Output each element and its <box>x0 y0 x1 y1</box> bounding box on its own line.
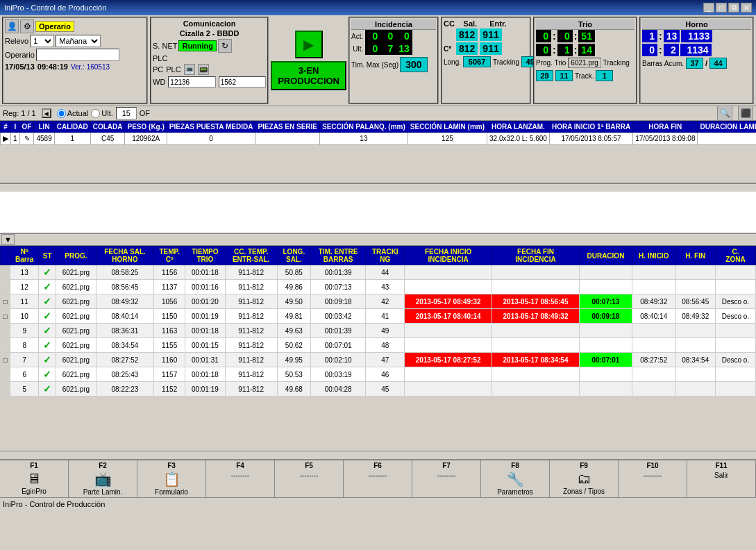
cell-h-fin <box>675 367 715 382</box>
bottom-hscroll[interactable] <box>0 451 756 459</box>
expand-cell[interactable] <box>1 338 10 353</box>
cell-fecha-fin-inc <box>492 280 580 294</box>
fkey-icon-f3: 📋 <box>163 471 180 488</box>
tim-max-label: Tim. Max (Seg) <box>351 61 398 69</box>
cell-st: ✓ <box>39 353 56 367</box>
cell-tracking: 47 <box>366 353 405 367</box>
cell-tim-entre: 00:01:39 <box>310 324 365 338</box>
relevo-select[interactable]: 1 2 <box>30 35 54 47</box>
top-panel: 👤 ⚙ Operario Relevo 1 2 Mañana Tarde Noc… <box>0 15 756 106</box>
fkey-f1[interactable]: F1 🖥 EginPro <box>0 460 69 497</box>
bcol-tim-entre: TIM. ENTREBARRAS <box>310 247 365 265</box>
fkey-f4[interactable]: F4 -------- <box>206 460 275 497</box>
minimize-button[interactable]: _ <box>703 3 714 12</box>
cell-i[interactable]: ✎ <box>19 133 34 145</box>
cell-of: 4589 <box>34 133 54 145</box>
fkey-f9[interactable]: F9 🗂 Zonas / Tipos <box>550 460 619 497</box>
fkey-label: F9 <box>580 462 588 469</box>
tim-max-row: Tim. Max (Seg) 300 <box>351 57 436 72</box>
bottom-toggle-bar: ▼ <box>0 233 756 246</box>
ult-radio[interactable] <box>91 109 100 118</box>
act-v2: 0 <box>380 30 396 42</box>
expand-cell[interactable] <box>1 382 10 397</box>
wd2-input[interactable] <box>219 76 266 88</box>
cell-prog: 6021.prg <box>56 324 96 338</box>
comm-subtitle: Cizalla 2 - BBDD <box>153 29 266 38</box>
wd-label: WD <box>153 78 165 86</box>
actual-radio-option[interactable]: Actual <box>57 109 89 118</box>
filter-icon[interactable]: ⬛ <box>738 106 753 121</box>
cell-temp: 1155 <box>154 338 185 353</box>
cell-temp: 1152 <box>154 382 185 397</box>
col-hora-lanz: HORA LANZAM. <box>487 122 550 133</box>
main-hscroll[interactable] <box>0 183 756 192</box>
expand-toggle-button[interactable]: ▼ <box>1 234 15 245</box>
col-colada: COLADA <box>90 122 125 133</box>
cell-tim-entre: 00:09:18 <box>310 294 365 309</box>
cell-fecha-fin-inc <box>492 382 580 397</box>
of-input[interactable] <box>116 107 137 119</box>
status-bar: IniPro - Control de Producción <box>0 497 756 510</box>
pc-label: PC <box>153 65 163 74</box>
window-title: IniPro - Control de Producción <box>4 3 703 12</box>
prod-button[interactable]: 3-EN PRODUCCION <box>271 61 346 90</box>
ult-radio-option[interactable]: Ult. <box>91 109 113 118</box>
expand-cell[interactable]: □ <box>1 309 10 324</box>
search-icon[interactable]: 🔍 <box>717 106 732 121</box>
bottom-table-row: □ 10 ✓ 6021.prg 08:40:14 1150 00:01:19 9… <box>1 309 756 324</box>
fkey-f11[interactable]: F11 Salir <box>687 460 756 497</box>
operario-name-input[interactable] <box>36 49 119 61</box>
play-area: ▶ 3-EN PRODUCCION <box>271 17 346 104</box>
cell-tiempo-trio: 00:01:18 <box>185 324 225 338</box>
cell-fecha-inicio-inc: 2013-05-17 08:27:52 <box>405 353 492 367</box>
fkey-f2[interactable]: F2 📺 Parte Lamin. <box>69 460 137 497</box>
cell-duracion: 00:07:13 <box>579 294 632 309</box>
fkey-f8[interactable]: F8 🔧 Parametros <box>481 460 550 497</box>
expand-cell[interactable]: □ <box>1 353 10 367</box>
operario-button[interactable]: Operario <box>35 21 74 32</box>
wd1-input[interactable] <box>168 76 215 88</box>
expand-cell[interactable]: □ <box>1 294 10 309</box>
tracking-label: Tracking <box>493 58 519 66</box>
fkey-f3[interactable]: F3 📋 Formulario <box>137 460 206 497</box>
fkey-label: F10 <box>646 462 658 469</box>
close-button[interactable]: ✕ <box>741 3 752 12</box>
expand-cell[interactable] <box>1 367 10 382</box>
maximize-button[interactable]: □ <box>716 3 727 12</box>
cell-duracion <box>579 324 632 338</box>
cell-tim-entre: 00:02:10 <box>310 353 365 367</box>
play-button[interactable]: ▶ <box>295 31 323 58</box>
fkey-f5[interactable]: F5 -------- <box>275 460 344 497</box>
restore-button[interactable]: ⧉ <box>728 3 739 12</box>
refresh-icon[interactable]: ↻ <box>218 39 232 53</box>
trio-v6: 14 <box>578 44 595 56</box>
barras-v2: 44 <box>709 58 727 69</box>
act-v1: 0 <box>365 30 380 42</box>
cc-ult-row: C* 812 911 <box>444 42 528 55</box>
horno-section: Horno 1 : 13 1133 0 : 2 1134 Barras Acum… <box>639 17 754 104</box>
cell-st: ✓ <box>39 382 56 397</box>
trio-v4: 0 <box>536 44 551 56</box>
plc-label: PLC <box>153 54 167 62</box>
bottom-table-row: 8 ✓ 6021.prg 08:34:54 1155 00:01:15 911-… <box>1 338 756 353</box>
col-secc-palanq: SECCIÓN PALANQ. (mm) <box>319 122 408 133</box>
fkey-f7[interactable]: F7 -------- <box>412 460 481 497</box>
nav-prev-button[interactable]: ◄ <box>42 108 51 118</box>
fkey-f10[interactable]: F10 -------- <box>619 460 687 497</box>
fkey-label: F2 <box>99 462 107 469</box>
fkey-icon-f9: 🗂 <box>577 471 591 487</box>
expand-cell[interactable] <box>1 324 10 338</box>
cell-prog: 6021.prg <box>56 338 96 353</box>
actual-radio[interactable] <box>57 109 66 118</box>
col-piezas-puesta: PIEZAS PUESTA MEDIDA <box>167 122 255 133</box>
fkey-f6[interactable]: F6 -------- <box>344 460 412 497</box>
expand-cell[interactable] <box>1 280 10 294</box>
cell-fecha-inicio-inc <box>405 324 492 338</box>
cell-tracking: 43 <box>366 280 405 294</box>
turno-select[interactable]: Mañana Tarde Noche <box>56 35 101 47</box>
cell-h-inicio: 08:49:32 <box>632 294 675 309</box>
bcol-expand <box>1 247 10 265</box>
expand-cell[interactable] <box>1 265 10 280</box>
trio-tracking-label: Tracking <box>603 59 630 67</box>
cell-prog: 6021.prg <box>56 367 96 382</box>
